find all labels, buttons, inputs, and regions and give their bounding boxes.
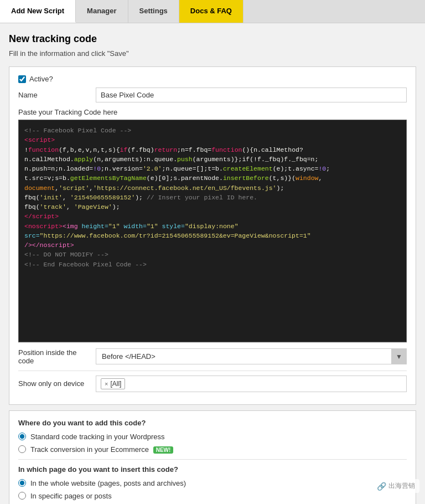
page-subtitle: Fill in the information and click "Save" xyxy=(9,49,416,58)
device-tag-pill[interactable]: × [All] xyxy=(101,378,125,389)
whole-site-option-row: In the whole website (pages, posts and a… xyxy=(18,479,407,487)
form-section: Active? Name Paste your Tracking Code he… xyxy=(9,66,416,405)
tabs-bar: Add New Script Manager Settings Docs & F… xyxy=(0,0,425,23)
ecommerce-radio[interactable] xyxy=(18,445,26,453)
new-badge: NEW! xyxy=(153,446,174,454)
name-label: Name xyxy=(18,91,96,99)
watermark-icon: 🔗 xyxy=(377,482,386,491)
position-label: Position inside thecode xyxy=(18,348,96,365)
tab-settings[interactable]: Settings xyxy=(128,0,179,23)
specific-pages-option-row: In specific pages or posts xyxy=(18,492,407,500)
active-text: Active? xyxy=(29,75,53,83)
tab-docs-faq[interactable]: Docs & FAQ xyxy=(179,0,243,23)
position-select[interactable]: Before </HEAD> After <HEAD> Before </BOD… xyxy=(96,348,407,364)
position-select-wrapper: Before </HEAD> After <HEAD> Before </BOD… xyxy=(96,348,407,364)
tab-add-new-script[interactable]: Add New Script xyxy=(0,0,76,23)
whole-site-label[interactable]: In the whole website (pages, posts and a… xyxy=(30,479,186,487)
active-row: Active? xyxy=(18,75,407,83)
ecommerce-option-row: Track conversion in your Ecommerce NEW! xyxy=(18,445,407,454)
device-tag-input[interactable]: × [All] xyxy=(96,376,407,392)
watermark: 🔗 出海营销 xyxy=(372,479,419,493)
ecommerce-label[interactable]: Track conversion in your Ecommerce NEW! xyxy=(30,445,173,454)
active-label[interactable]: Active? xyxy=(18,75,53,83)
where-section: Where do you want to add this code? Stan… xyxy=(9,410,416,505)
section-divider xyxy=(18,459,407,460)
position-row: Position inside thecode Before </HEAD> A… xyxy=(18,342,407,371)
standard-radio[interactable] xyxy=(18,433,26,440)
device-row: Show only on device × [All] xyxy=(18,371,407,397)
main-content: New tracking code Fill in the informatio… xyxy=(0,23,425,504)
specific-pages-radio[interactable] xyxy=(18,492,26,500)
standard-label[interactable]: Standard code tracking in your Wordpress xyxy=(30,433,165,441)
code-editor[interactable]: <!-- Facebook Pixel Code --> <script> !f… xyxy=(18,120,407,342)
device-label: Show only on device xyxy=(18,379,96,388)
page-question: In which page do you want to insert this… xyxy=(18,465,407,474)
tag-value: [All] xyxy=(110,380,121,388)
tab-manager[interactable]: Manager xyxy=(76,0,128,23)
specific-pages-label[interactable]: In specific pages or posts xyxy=(30,492,112,500)
name-input[interactable] xyxy=(96,88,407,102)
page-title: New tracking code xyxy=(9,33,416,45)
tag-close-icon[interactable]: × xyxy=(105,380,108,387)
standard-option-row: Standard code tracking in your Wordpress xyxy=(18,433,407,441)
tracking-code-label: Paste your Tracking Code here xyxy=(18,108,407,116)
active-checkbox[interactable] xyxy=(18,75,26,83)
where-question: Where do you want to add this code? xyxy=(18,419,407,427)
whole-site-radio[interactable] xyxy=(18,479,26,487)
watermark-text: 出海营销 xyxy=(388,481,415,491)
name-row: Name xyxy=(18,88,407,102)
